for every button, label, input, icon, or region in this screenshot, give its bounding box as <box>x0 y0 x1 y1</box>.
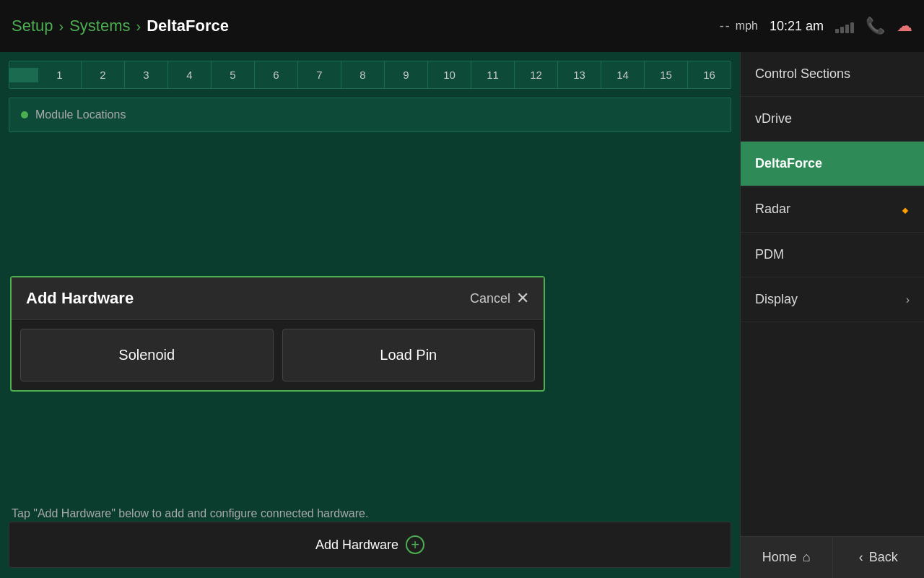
sidebar-item-radar-label: Radar <box>755 202 790 217</box>
breadcrumb-setup[interactable]: Setup <box>12 17 53 35</box>
modal-close-icon[interactable]: ✕ <box>516 289 529 308</box>
module-locations-label: Module Locations <box>35 108 126 121</box>
modal-title: Add Hardware <box>26 289 134 308</box>
section-tab-5[interactable]: 5 <box>212 61 255 88</box>
breadcrumb: Setup › Systems › DeltaForce <box>12 17 229 35</box>
section-tab-14[interactable]: 14 <box>601 61 645 88</box>
section-tab-3[interactable]: 3 <box>125 61 168 88</box>
breadcrumb-separator-2: › <box>136 18 141 35</box>
load-pin-option[interactable]: Load Pin <box>282 329 536 381</box>
section-tab-10[interactable]: 10 <box>428 61 471 88</box>
section-tab-8[interactable]: 8 <box>341 61 385 88</box>
section-tabs: 1 2 3 4 5 6 7 8 9 10 11 12 13 14 15 16 <box>9 61 731 89</box>
add-hardware-modal: Add Hardware Cancel ✕ Solenoid Load Pin <box>10 276 545 392</box>
back-button[interactable]: ‹ Back <box>833 537 925 578</box>
breadcrumb-systems[interactable]: Systems <box>69 17 130 35</box>
sidebar-item-pdm-label: PDM <box>755 247 784 262</box>
cloud-icon: ☁ <box>897 17 912 35</box>
section-tab-1[interactable]: 1 <box>38 61 82 88</box>
sidebar-item-display[interactable]: Display › <box>741 277 924 322</box>
back-chevron-icon: ‹ <box>859 550 863 565</box>
section-tab-6[interactable]: 6 <box>255 61 298 88</box>
bottom-nav: Home ⌂ ‹ Back <box>741 536 924 578</box>
time-display: 10:21 am <box>770 19 824 34</box>
sidebar-item-vdrive[interactable]: vDrive <box>741 97 924 142</box>
header-right: -- mph 10:21 am 📞 ☁ <box>720 17 912 35</box>
signal-bars <box>835 19 854 33</box>
sidebar-item-control-sections[interactable]: Control Sections <box>741 52 924 97</box>
sidebar-item-display-label: Display <box>755 292 798 307</box>
speed-value: -- <box>720 19 731 34</box>
header: Setup › Systems › DeltaForce -- mph 10:2… <box>0 0 924 52</box>
sidebar-item-radar[interactable]: Radar ⬥ <box>741 186 924 233</box>
module-dot <box>21 111 28 118</box>
sidebar-item-vdrive-label: vDrive <box>755 111 792 126</box>
sidebar-item-control-sections-label: Control Sections <box>755 66 850 82</box>
plus-circle-icon: + <box>406 535 424 554</box>
breadcrumb-current: DeltaForce <box>147 17 229 35</box>
section-tab-all[interactable] <box>9 68 38 82</box>
section-tab-9[interactable]: 9 <box>385 61 428 88</box>
sidebar-item-deltaforce-label: DeltaForce <box>755 156 822 171</box>
back-label: Back <box>869 550 898 565</box>
add-hardware-label: Add Hardware <box>315 538 398 553</box>
modal-cancel-button[interactable]: Cancel ✕ <box>470 289 529 308</box>
instruction-message: Tap "Add Hardware" below to add and conf… <box>12 507 368 519</box>
section-tab-7[interactable]: 7 <box>298 61 341 88</box>
home-button[interactable]: Home ⌂ <box>741 537 833 578</box>
speed-unit: mph <box>736 20 758 33</box>
home-icon: ⌂ <box>803 550 811 565</box>
solenoid-option[interactable]: Solenoid <box>20 329 274 381</box>
section-tab-16[interactable]: 16 <box>688 61 731 88</box>
section-tab-11[interactable]: 11 <box>471 61 515 88</box>
module-locations-row[interactable]: Module Locations <box>9 98 731 132</box>
signal-bar-1 <box>835 29 839 33</box>
sidebar-item-deltaforce[interactable]: DeltaForce <box>741 142 924 186</box>
home-label: Home <box>762 550 797 565</box>
add-hardware-button[interactable]: Add Hardware + <box>9 522 731 568</box>
signal-bar-2 <box>840 27 844 33</box>
warning-icon: ⬥ <box>901 201 910 217</box>
chevron-right-icon: › <box>906 293 910 306</box>
sidebar-item-pdm[interactable]: PDM <box>741 233 924 277</box>
left-content: 1 2 3 4 5 6 7 8 9 10 11 12 13 14 15 16 M… <box>0 52 740 578</box>
section-tab-2[interactable]: 2 <box>82 61 125 88</box>
signal-bar-3 <box>845 25 849 33</box>
modal-header: Add Hardware Cancel ✕ <box>12 277 544 320</box>
right-sidebar: Control Sections vDrive DeltaForce Radar… <box>740 52 924 578</box>
instruction-text: Tap "Add Hardware" below to add and conf… <box>12 507 728 520</box>
section-tab-15[interactable]: 15 <box>645 61 688 88</box>
section-tab-12[interactable]: 12 <box>515 61 558 88</box>
modal-cancel-label: Cancel <box>470 291 510 306</box>
section-tab-4[interactable]: 4 <box>168 61 212 88</box>
section-tab-13[interactable]: 13 <box>558 61 601 88</box>
phone-icon: 📞 <box>866 17 885 35</box>
modal-body: Solenoid Load Pin <box>12 320 544 390</box>
signal-bar-4 <box>850 22 854 33</box>
speed-display: -- mph <box>720 19 758 34</box>
breadcrumb-separator-1: › <box>59 18 64 35</box>
main-layout: 1 2 3 4 5 6 7 8 9 10 11 12 13 14 15 16 M… <box>0 52 924 578</box>
